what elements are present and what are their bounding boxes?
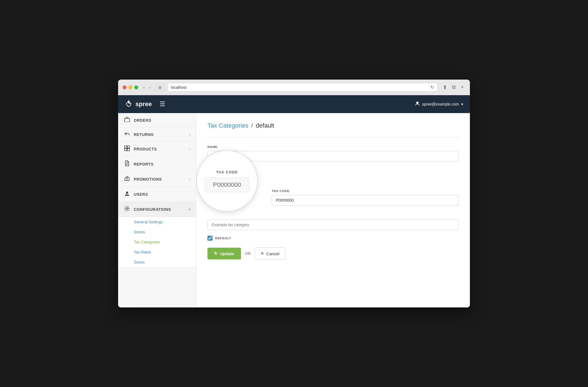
products-label: PRODUCTS: [134, 147, 157, 151]
sidebar-item-orders[interactable]: ORDERS: [118, 113, 196, 128]
tax-code-label: TAX CODE: [272, 189, 459, 193]
sidebar-item-returns[interactable]: RETURNS ‹: [118, 128, 196, 142]
returns-label: RETURNS: [134, 132, 154, 137]
address-text: localhost: [171, 85, 187, 90]
cancel-icon: ✕: [260, 251, 264, 256]
sidebar-item-promotions[interactable]: PROMOTIONS ‹: [118, 172, 196, 187]
user-menu[interactable]: spree@example.com ▾: [415, 101, 463, 108]
update-icon: ↻: [214, 251, 218, 256]
browser-window: ‹ › ⊞ localhost ↻ ⬆ ⧉ +: [118, 80, 470, 307]
maximize-button[interactable]: [134, 85, 138, 89]
form-divider: [207, 137, 459, 137]
sidebar-item-configurations[interactable]: CONFIGURATIONS ▾: [118, 202, 196, 217]
reload-button[interactable]: ↻: [431, 85, 434, 90]
promotions-label: PROMOTIONS: [134, 177, 162, 181]
orders-icon: [124, 117, 130, 123]
browser-chrome: ‹ › ⊞ localhost ↻ ⬆ ⧉ +: [118, 80, 470, 95]
default-checkbox-group: DEFAULT: [207, 236, 459, 241]
configurations-sub-menu: General Settings Stores Tax Categories T…: [118, 217, 196, 267]
app-layout: spree ☰ spree@example.com ▾: [118, 95, 470, 307]
top-nav: spree ☰ spree@example.com ▾: [118, 95, 470, 113]
update-button[interactable]: ↻ Update: [207, 248, 241, 259]
promotions-icon: [124, 176, 130, 183]
orders-label: ORDERS: [134, 118, 151, 123]
sidebar-item-reports[interactable]: REPORTS: [118, 157, 196, 172]
configurations-chevron-icon: ▾: [189, 207, 191, 211]
name-label: NAME: [207, 145, 459, 149]
update-label: Update: [220, 251, 234, 256]
main-area: ORDERS RETURNS ‹: [118, 113, 470, 307]
browser-actions: ⬆ ⧉ +: [441, 84, 465, 91]
tax-code-field-group: TAX CODE P0000000 TAX CODE: [207, 167, 459, 214]
address-bar[interactable]: localhost ↻: [168, 83, 438, 92]
logo-icon: [125, 99, 133, 109]
description-input[interactable]: [207, 219, 459, 230]
tax-code-input[interactable]: [272, 195, 459, 206]
returns-icon: [124, 132, 130, 137]
cancel-label: Cancel: [266, 251, 279, 256]
sidebar-sub-item-zones[interactable]: Zones: [118, 257, 196, 267]
svg-rect-1: [125, 118, 130, 122]
form-actions: ↻ Update OR ✕ Cancel: [207, 247, 459, 260]
forward-button[interactable]: ›: [147, 84, 152, 90]
sidebar-sub-item-stores[interactable]: Stores: [118, 227, 196, 237]
user-email: spree@example.com: [422, 102, 459, 106]
configurations-icon: [124, 206, 130, 213]
description-field-group: [207, 219, 459, 230]
sidebar-item-users[interactable]: USERS: [118, 187, 196, 202]
svg-point-0: [416, 102, 419, 104]
view-button[interactable]: ⊞: [156, 84, 164, 91]
users-label: USERS: [134, 192, 148, 197]
or-text: OR: [245, 251, 251, 256]
reports-label: REPORTS: [134, 162, 154, 166]
minimize-button[interactable]: [128, 85, 132, 89]
close-button[interactable]: [123, 85, 126, 89]
user-icon: [415, 101, 420, 108]
breadcrumb: Tax Categories / default: [207, 122, 459, 129]
configurations-label: CONFIGURATIONS: [134, 207, 171, 212]
sidebar-item-products[interactable]: PRODUCTS ‹: [118, 142, 196, 157]
returns-chevron-icon: ‹: [189, 133, 191, 137]
main-content: Tax Categories / default NAME TAX CODE P…: [196, 113, 470, 307]
promotions-chevron-icon: ‹: [189, 177, 191, 181]
users-icon: [124, 191, 130, 198]
traffic-lights: [123, 85, 138, 89]
products-chevron-icon: ‹: [189, 147, 191, 151]
logo[interactable]: spree: [125, 99, 152, 109]
back-button[interactable]: ‹: [142, 84, 146, 90]
breadcrumb-link[interactable]: Tax Categories: [207, 122, 248, 129]
svg-rect-3: [127, 146, 130, 148]
nav-buttons: ‹ ›: [142, 84, 152, 90]
products-icon: [124, 145, 130, 152]
logo-text: spree: [135, 101, 152, 108]
sidebar-sub-item-general-settings[interactable]: General Settings: [118, 217, 196, 227]
reports-icon: [124, 161, 130, 168]
tax-code-circle-value: P0000000: [205, 178, 249, 192]
breadcrumb-separator: /: [251, 122, 253, 129]
user-chevron-icon: ▾: [461, 102, 463, 106]
sidebar: ORDERS RETURNS ‹: [118, 113, 196, 307]
default-label: DEFAULT: [215, 236, 231, 240]
duplicate-button[interactable]: ⧉: [450, 84, 457, 91]
svg-rect-2: [125, 146, 127, 148]
tax-code-circle: TAX CODE P0000000: [196, 150, 258, 212]
sidebar-sub-item-tax-categories[interactable]: Tax Categories: [118, 237, 196, 247]
cancel-button[interactable]: ✕ Cancel: [255, 247, 285, 260]
hamburger-button[interactable]: ☰: [157, 99, 168, 109]
svg-rect-5: [127, 149, 130, 151]
nav-left: spree ☰: [125, 99, 168, 109]
breadcrumb-current: default: [256, 122, 274, 129]
share-button[interactable]: ⬆: [441, 84, 449, 91]
default-checkbox[interactable]: [207, 236, 212, 241]
new-tab-button[interactable]: +: [459, 84, 465, 91]
svg-rect-4: [125, 149, 127, 151]
tax-code-circle-label: TAX CODE: [216, 170, 238, 174]
sidebar-sub-item-tax-rates[interactable]: Tax Rates: [118, 247, 196, 257]
svg-point-10: [126, 192, 128, 194]
